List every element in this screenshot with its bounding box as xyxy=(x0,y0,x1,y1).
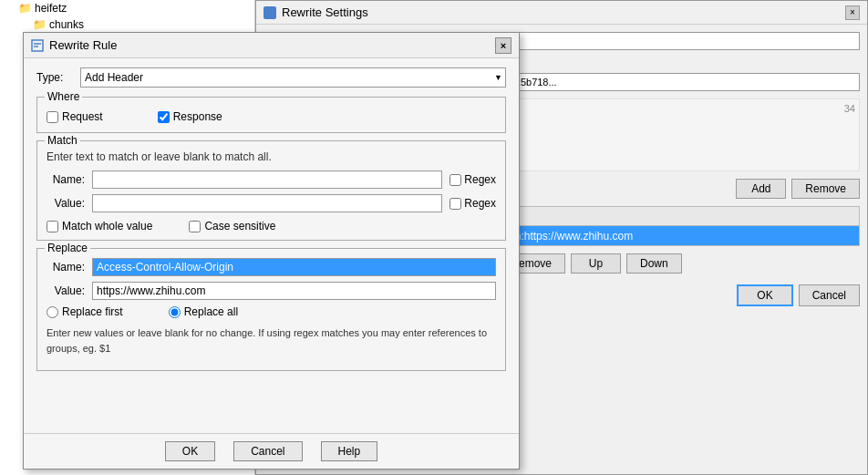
match-group: Match Enter text to match or leave blank… xyxy=(36,140,506,241)
match-whole-checkbox[interactable] xyxy=(46,221,58,232)
folder-icon-chunks: 📁 xyxy=(33,18,46,31)
match-value-label: Value: xyxy=(46,197,85,210)
response-checkbox-label[interactable]: Response xyxy=(158,110,222,123)
replace-value-label: Value: xyxy=(46,284,85,297)
dialog-title-icon xyxy=(31,39,44,52)
sidebar-item-label: heifetz xyxy=(35,2,67,15)
match-inner: Enter text to match or leave blank to ma… xyxy=(46,150,496,234)
replace-first-text: Replace first xyxy=(62,305,123,318)
value-regex-text: Regex xyxy=(464,197,496,210)
dialog-body: Type: Add Header Where Request Response xyxy=(24,58,519,433)
request-label: Request xyxy=(62,110,103,123)
replace-all-radio[interactable] xyxy=(169,306,181,318)
rs-down-btn[interactable]: Down xyxy=(626,253,682,274)
replace-value-row: Value: xyxy=(46,282,496,300)
dialog-help-btn[interactable]: Help xyxy=(321,441,378,461)
rewrite-settings-title: Rewrite Settings xyxy=(282,5,368,19)
match-name-input[interactable] xyxy=(92,170,442,189)
request-checkbox-label[interactable]: Request xyxy=(46,110,103,123)
replace-name-label: Name: xyxy=(46,261,85,274)
case-sensitive-text: Case sensitive xyxy=(204,220,275,232)
name-regex-text: Regex xyxy=(464,173,496,186)
replace-inner: Name: Value: Replace first Replace all xyxy=(46,258,496,356)
radio-row: Replace first Replace all xyxy=(46,305,496,318)
replace-first-label[interactable]: Replace first xyxy=(46,305,123,318)
match-title: Match xyxy=(45,134,80,147)
match-value-input[interactable] xyxy=(92,194,442,212)
name-regex-label[interactable]: Regex xyxy=(450,173,496,186)
rs-add-btn[interactable]: Add xyxy=(736,179,786,199)
case-sensitive-label[interactable]: Case sensitive xyxy=(189,220,275,232)
dialog-ok-btn[interactable]: OK xyxy=(165,441,215,461)
where-row: Request Response xyxy=(46,107,496,127)
type-row: Type: Add Header xyxy=(36,67,506,88)
sidebar-item-label-chunks: chunks xyxy=(49,18,84,31)
dialog-close-btn[interactable]: × xyxy=(495,37,512,54)
rewrite-settings-titlebar: Rewrite Settings × xyxy=(256,1,867,25)
help-text: Enter new values or leave blank for no c… xyxy=(46,325,496,356)
match-name-label: Name: xyxy=(46,173,85,186)
where-inner: Request Response xyxy=(46,107,496,127)
titlebar-title-area: Rewrite Settings xyxy=(264,5,368,19)
where-title: Where xyxy=(45,90,82,103)
match-whole-text: Match whole value xyxy=(62,220,152,232)
replace-all-text: Replace all xyxy=(184,305,238,318)
rs-up-btn[interactable]: Up xyxy=(571,253,621,274)
dialog-title-left: Rewrite Rule xyxy=(31,38,117,52)
match-options-row: Match whole value Case sensitive xyxy=(46,218,496,234)
sidebar-item-heifetz[interactable]: 📁 heifetz xyxy=(15,0,254,16)
match-desc: Enter text to match or leave blank to ma… xyxy=(46,150,496,163)
dialog-footer: OK Cancel Help xyxy=(24,433,519,469)
match-whole-label[interactable]: Match whole value xyxy=(46,220,152,232)
rs-remove-btn[interactable]: Remove xyxy=(791,179,860,199)
replace-title: Replace xyxy=(45,242,90,254)
case-sensitive-checkbox[interactable] xyxy=(189,221,201,232)
match-name-row: Name: Regex xyxy=(46,170,496,189)
name-regex-checkbox[interactable] xyxy=(450,174,461,186)
rewrite-settings-icon xyxy=(264,6,276,19)
value-regex-label[interactable]: Regex xyxy=(450,197,496,210)
response-label: Response xyxy=(173,110,222,123)
replace-first-radio[interactable] xyxy=(46,306,58,318)
type-label: Type: xyxy=(36,71,73,84)
match-value-row: Value: Regex xyxy=(46,194,496,212)
where-group: Where Request Response xyxy=(36,97,506,133)
rs-ok-btn[interactable]: OK xyxy=(737,284,792,306)
rewrite-rule-dialog: Rewrite Rule × Type: Add Header Where Re… xyxy=(23,32,520,470)
dialog-cancel-btn[interactable]: Cancel xyxy=(233,441,302,461)
dialog-title-text: Rewrite Rule xyxy=(49,38,117,52)
type-select-display[interactable]: Add Header xyxy=(80,67,506,88)
side-number: 34 xyxy=(844,103,855,114)
sidebar-item-chunks[interactable]: 📁 chunks xyxy=(29,16,254,33)
value-regex-checkbox[interactable] xyxy=(450,198,461,210)
rs-cancel-btn[interactable]: Cancel xyxy=(799,284,860,306)
replace-value-input[interactable] xyxy=(92,282,496,300)
replace-name-row: Name: xyxy=(46,258,496,276)
replace-name-input[interactable] xyxy=(92,258,496,276)
svg-rect-1 xyxy=(32,40,43,51)
type-select-wrapper: Add Header xyxy=(80,67,506,88)
svg-rect-0 xyxy=(265,8,274,17)
request-checkbox[interactable] xyxy=(46,111,58,123)
response-checkbox[interactable] xyxy=(158,111,170,123)
dialog-titlebar: Rewrite Rule × xyxy=(24,33,519,58)
rewrite-settings-close-btn[interactable]: × xyxy=(845,5,860,20)
replace-all-label[interactable]: Replace all xyxy=(169,305,238,318)
replace-group: Replace Name: Value: Replace first xyxy=(36,248,506,371)
folder-icon: 📁 xyxy=(18,2,32,15)
